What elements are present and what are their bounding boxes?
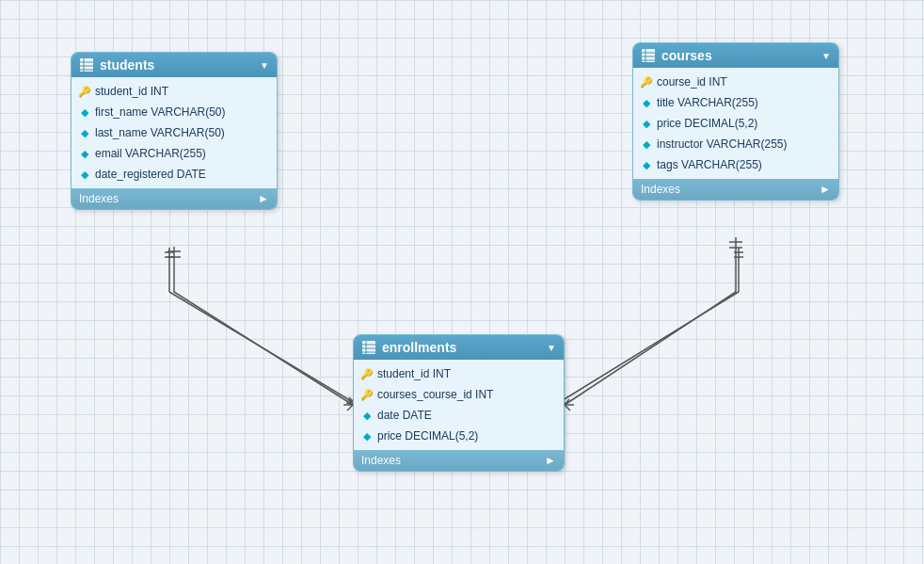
field-enroll-student-id: 🔑 student_id INT bbox=[354, 363, 564, 384]
diamond-icon-price: ◆ bbox=[641, 118, 652, 129]
field-instructor: ◆ instructor VARCHAR(255) bbox=[633, 134, 838, 154]
diamond-icon-enroll-date: ◆ bbox=[361, 410, 373, 421]
field-email: ◆ email VARCHAR(255) bbox=[72, 143, 277, 164]
table-header-courses: courses ▼ bbox=[633, 43, 838, 68]
students-fields: 🔑 student_id INT ◆ first_name VARCHAR(50… bbox=[72, 77, 277, 188]
svg-line-38 bbox=[565, 405, 570, 411]
diamond-icon-email: ◆ bbox=[79, 148, 90, 159]
diamond-icon-instructor: ◆ bbox=[641, 138, 652, 150]
enrollments-fields: 🔑 student_id INT 🔑 courses_course_id INT… bbox=[354, 360, 564, 450]
indexes-arrow-enrollments: ► bbox=[545, 454, 556, 467]
indexes-arrow-students: ► bbox=[258, 192, 269, 205]
courses-fields: 🔑 course_id INT ◆ title VARCHAR(255) ◆ p… bbox=[633, 68, 838, 179]
field-enroll-price: ◆ price DECIMAL(5,2) bbox=[354, 426, 564, 446]
students-indexes[interactable]: Indexes ► bbox=[72, 188, 277, 209]
diamond-icon-date-registered: ◆ bbox=[79, 169, 90, 180]
field-course-id: 🔑 course_id INT bbox=[633, 72, 838, 92]
field-first-name: ◆ first_name VARCHAR(50) bbox=[72, 102, 277, 122]
svg-line-1 bbox=[169, 292, 358, 405]
table-title-students: students bbox=[100, 57, 154, 73]
diamond-icon-last-name: ◆ bbox=[79, 127, 90, 138]
svg-line-8 bbox=[555, 292, 739, 405]
field-tags: ◆ tags VARCHAR(255) bbox=[633, 154, 838, 175]
diamond-icon-enroll-price: ◆ bbox=[361, 430, 373, 442]
table-students[interactable]: students ▼ 🔑 student_id INT ◆ first_name… bbox=[71, 52, 278, 210]
table-icon-enrollments bbox=[361, 340, 376, 355]
table-header-students: students ▼ bbox=[72, 53, 277, 77]
table-courses[interactable]: courses ▼ 🔑 course_id INT ◆ title VARCHA… bbox=[632, 42, 839, 201]
field-student-id: 🔑 student_id INT bbox=[72, 81, 277, 102]
field-last-name: ◆ last_name VARCHAR(50) bbox=[72, 122, 277, 143]
field-enroll-courses-id: 🔑 courses_course_id INT bbox=[354, 384, 564, 405]
table-icon-courses bbox=[641, 48, 656, 63]
key-red-icon-student-id: 🔑 bbox=[361, 368, 373, 379]
field-price: ◆ price DECIMAL(5,2) bbox=[633, 113, 838, 134]
students-dropdown-icon[interactable]: ▼ bbox=[260, 60, 269, 71]
indexes-arrow-courses: ► bbox=[820, 183, 831, 196]
courses-dropdown-icon[interactable]: ▼ bbox=[821, 51, 831, 61]
field-enroll-date: ◆ date DATE bbox=[354, 405, 564, 426]
field-date-registered: ◆ date_registered DATE bbox=[72, 164, 277, 185]
svg-line-36 bbox=[565, 399, 569, 405]
key-icon-student-id: 🔑 bbox=[79, 86, 90, 97]
courses-indexes[interactable]: Indexes ► bbox=[633, 179, 838, 200]
diamond-icon-title: ◆ bbox=[641, 97, 652, 108]
enrollments-dropdown-icon[interactable]: ▼ bbox=[547, 343, 556, 353]
table-enrollments[interactable]: enrollments ▼ 🔑 student_id INT 🔑 courses… bbox=[353, 334, 565, 472]
key-icon-course-id: 🔑 bbox=[641, 76, 652, 88]
diamond-icon-first-name: ◆ bbox=[79, 106, 90, 118]
diagram-canvas: students ▼ 🔑 student_id INT ◆ first_name… bbox=[0, 0, 924, 564]
table-title-enrollments: enrollments bbox=[382, 340, 456, 355]
key-red-icon-courses-id: 🔑 bbox=[361, 389, 373, 400]
field-title: ◆ title VARCHAR(255) bbox=[633, 92, 838, 113]
diamond-icon-tags: ◆ bbox=[641, 159, 652, 170]
enrollments-indexes[interactable]: Indexes ► bbox=[354, 450, 564, 471]
table-header-enrollments: enrollments ▼ bbox=[354, 335, 564, 360]
table-icon-students bbox=[79, 57, 94, 73]
table-title-courses: courses bbox=[661, 48, 712, 63]
